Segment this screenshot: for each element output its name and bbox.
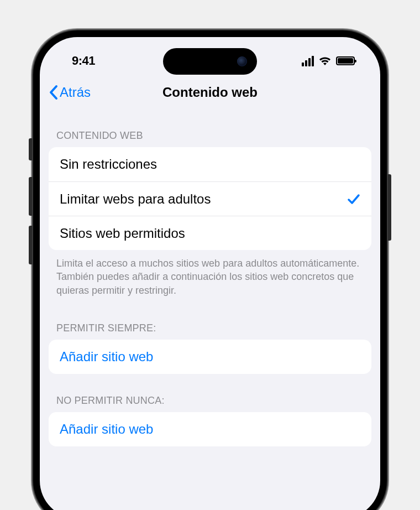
always-allow-group: Añadir sitio web (49, 340, 371, 374)
option-limit-adult[interactable]: Limitar webs para adultos (49, 181, 371, 216)
option-label: Sitios web permitidos (60, 226, 185, 241)
add-website-label: Añadir sitio web (60, 349, 153, 365)
cellular-signal-icon (302, 56, 314, 66)
add-website-allow-button[interactable]: Añadir sitio web (49, 340, 371, 374)
front-camera (237, 56, 247, 66)
volume-down (29, 226, 32, 264)
section-header-always-allow: PERMITIR SIEMPRE: (40, 301, 380, 340)
volume-up (29, 177, 32, 216)
back-label: Atrás (60, 85, 91, 100)
never-allow-group: Añadir sitio web (49, 412, 371, 446)
mute-switch (29, 138, 32, 160)
page-title: Contenido web (40, 85, 380, 100)
chevron-left-icon (49, 85, 59, 100)
option-allowed-only[interactable]: Sitios web permitidos (49, 216, 371, 250)
back-button[interactable]: Atrás (49, 85, 91, 100)
option-label: Limitar webs para adultos (60, 191, 211, 207)
battery-icon (336, 56, 355, 65)
restriction-options-group: Sin restricciones Limitar webs para adul… (49, 147, 371, 250)
option-unrestricted[interactable]: Sin restricciones (49, 147, 371, 181)
status-time: 9:41 (62, 54, 95, 68)
wifi-icon (318, 56, 332, 66)
navigation-bar: Atrás Contenido web (40, 76, 380, 109)
option-label: Sin restricciones (60, 157, 157, 172)
add-website-label: Añadir sitio web (60, 421, 153, 437)
section-header-never-allow: NO PERMITIR NUNCA: (40, 374, 380, 412)
section-footer-description: Limita el acceso a muchos sitios web par… (40, 250, 380, 301)
add-website-block-button[interactable]: Añadir sitio web (49, 412, 371, 446)
power-button (388, 174, 391, 241)
content: CONTENIDO WEB Sin restricciones Limitar … (40, 109, 380, 446)
section-header-web-content: CONTENIDO WEB (40, 109, 380, 147)
phone-frame: 9:41 At (33, 30, 387, 510)
checkmark-icon (347, 192, 360, 206)
dynamic-island (163, 48, 257, 75)
screen: 9:41 At (40, 37, 380, 510)
